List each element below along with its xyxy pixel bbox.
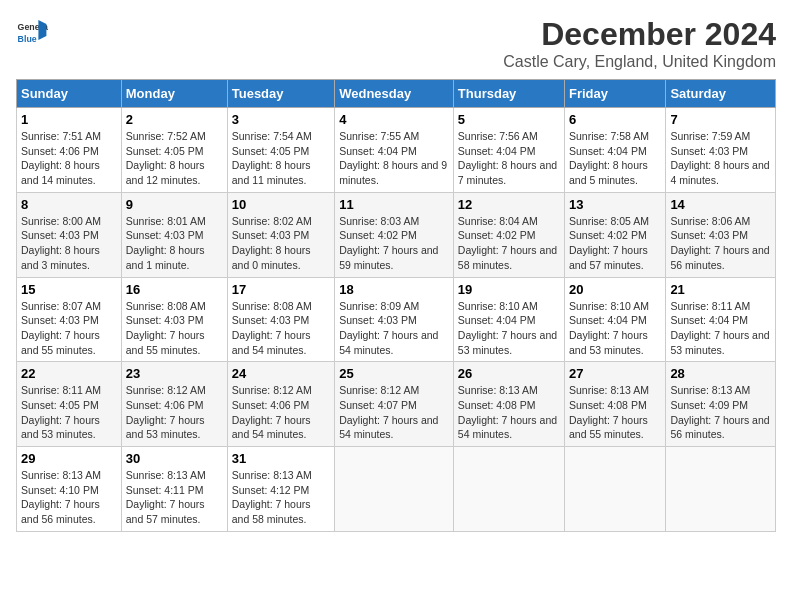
calendar-header-row: SundayMondayTuesdayWednesdayThursdayFrid… — [17, 80, 776, 108]
day-number: 24 — [232, 366, 330, 381]
title-area: December 2024 Castle Cary, England, Unit… — [503, 16, 776, 71]
day-info: Sunrise: 8:03 AM Sunset: 4:02 PM Dayligh… — [339, 215, 438, 271]
calendar-cell: 6 Sunrise: 7:58 AM Sunset: 4:04 PM Dayli… — [565, 108, 666, 193]
day-info: Sunrise: 8:04 AM Sunset: 4:02 PM Dayligh… — [458, 215, 557, 271]
calendar-cell: 18 Sunrise: 8:09 AM Sunset: 4:03 PM Dayl… — [335, 277, 454, 362]
calendar-cell: 27 Sunrise: 8:13 AM Sunset: 4:08 PM Dayl… — [565, 362, 666, 447]
calendar-cell — [565, 447, 666, 532]
calendar-cell: 24 Sunrise: 8:12 AM Sunset: 4:06 PM Dayl… — [227, 362, 334, 447]
header-sunday: Sunday — [17, 80, 122, 108]
calendar-cell: 30 Sunrise: 8:13 AM Sunset: 4:11 PM Dayl… — [121, 447, 227, 532]
week-row-5: 29 Sunrise: 8:13 AM Sunset: 4:10 PM Dayl… — [17, 447, 776, 532]
calendar-cell: 16 Sunrise: 8:08 AM Sunset: 4:03 PM Dayl… — [121, 277, 227, 362]
day-info: Sunrise: 8:12 AM Sunset: 4:07 PM Dayligh… — [339, 384, 438, 440]
day-number: 15 — [21, 282, 117, 297]
calendar-cell: 21 Sunrise: 8:11 AM Sunset: 4:04 PM Dayl… — [666, 277, 776, 362]
day-number: 3 — [232, 112, 330, 127]
day-number: 26 — [458, 366, 560, 381]
calendar-cell: 3 Sunrise: 7:54 AM Sunset: 4:05 PM Dayli… — [227, 108, 334, 193]
day-number: 9 — [126, 197, 223, 212]
day-number: 1 — [21, 112, 117, 127]
calendar-cell: 8 Sunrise: 8:00 AM Sunset: 4:03 PM Dayli… — [17, 192, 122, 277]
day-info: Sunrise: 8:11 AM Sunset: 4:05 PM Dayligh… — [21, 384, 101, 440]
calendar-cell: 7 Sunrise: 7:59 AM Sunset: 4:03 PM Dayli… — [666, 108, 776, 193]
calendar-cell: 17 Sunrise: 8:08 AM Sunset: 4:03 PM Dayl… — [227, 277, 334, 362]
header-wednesday: Wednesday — [335, 80, 454, 108]
day-info: Sunrise: 8:10 AM Sunset: 4:04 PM Dayligh… — [458, 300, 557, 356]
day-number: 2 — [126, 112, 223, 127]
day-info: Sunrise: 8:13 AM Sunset: 4:08 PM Dayligh… — [458, 384, 557, 440]
header-thursday: Thursday — [453, 80, 564, 108]
page-subtitle: Castle Cary, England, United Kingdom — [503, 53, 776, 71]
day-info: Sunrise: 8:01 AM Sunset: 4:03 PM Dayligh… — [126, 215, 206, 271]
calendar-cell: 26 Sunrise: 8:13 AM Sunset: 4:08 PM Dayl… — [453, 362, 564, 447]
day-number: 11 — [339, 197, 449, 212]
week-row-3: 15 Sunrise: 8:07 AM Sunset: 4:03 PM Dayl… — [17, 277, 776, 362]
calendar-cell: 31 Sunrise: 8:13 AM Sunset: 4:12 PM Dayl… — [227, 447, 334, 532]
calendar-cell: 2 Sunrise: 7:52 AM Sunset: 4:05 PM Dayli… — [121, 108, 227, 193]
day-info: Sunrise: 8:13 AM Sunset: 4:12 PM Dayligh… — [232, 469, 312, 525]
day-info: Sunrise: 8:08 AM Sunset: 4:03 PM Dayligh… — [232, 300, 312, 356]
day-number: 4 — [339, 112, 449, 127]
day-info: Sunrise: 8:05 AM Sunset: 4:02 PM Dayligh… — [569, 215, 649, 271]
day-number: 19 — [458, 282, 560, 297]
day-number: 13 — [569, 197, 661, 212]
day-info: Sunrise: 7:59 AM Sunset: 4:03 PM Dayligh… — [670, 130, 769, 186]
day-number: 10 — [232, 197, 330, 212]
day-number: 17 — [232, 282, 330, 297]
calendar-cell: 9 Sunrise: 8:01 AM Sunset: 4:03 PM Dayli… — [121, 192, 227, 277]
day-info: Sunrise: 7:51 AM Sunset: 4:06 PM Dayligh… — [21, 130, 101, 186]
day-info: Sunrise: 7:54 AM Sunset: 4:05 PM Dayligh… — [232, 130, 312, 186]
header-friday: Friday — [565, 80, 666, 108]
day-number: 5 — [458, 112, 560, 127]
day-info: Sunrise: 8:06 AM Sunset: 4:03 PM Dayligh… — [670, 215, 769, 271]
calendar-cell: 20 Sunrise: 8:10 AM Sunset: 4:04 PM Dayl… — [565, 277, 666, 362]
header-tuesday: Tuesday — [227, 80, 334, 108]
day-info: Sunrise: 8:09 AM Sunset: 4:03 PM Dayligh… — [339, 300, 438, 356]
day-info: Sunrise: 8:11 AM Sunset: 4:04 PM Dayligh… — [670, 300, 769, 356]
svg-text:Blue: Blue — [18, 34, 37, 44]
day-info: Sunrise: 8:10 AM Sunset: 4:04 PM Dayligh… — [569, 300, 649, 356]
calendar-cell: 29 Sunrise: 8:13 AM Sunset: 4:10 PM Dayl… — [17, 447, 122, 532]
day-info: Sunrise: 7:52 AM Sunset: 4:05 PM Dayligh… — [126, 130, 206, 186]
calendar-cell — [453, 447, 564, 532]
day-info: Sunrise: 7:58 AM Sunset: 4:04 PM Dayligh… — [569, 130, 649, 186]
header-monday: Monday — [121, 80, 227, 108]
calendar-cell: 1 Sunrise: 7:51 AM Sunset: 4:06 PM Dayli… — [17, 108, 122, 193]
calendar-cell — [666, 447, 776, 532]
calendar-cell: 14 Sunrise: 8:06 AM Sunset: 4:03 PM Dayl… — [666, 192, 776, 277]
day-number: 18 — [339, 282, 449, 297]
logo-icon: General Blue — [16, 16, 48, 48]
day-number: 21 — [670, 282, 771, 297]
week-row-1: 1 Sunrise: 7:51 AM Sunset: 4:06 PM Dayli… — [17, 108, 776, 193]
calendar-cell: 22 Sunrise: 8:11 AM Sunset: 4:05 PM Dayl… — [17, 362, 122, 447]
calendar-cell: 25 Sunrise: 8:12 AM Sunset: 4:07 PM Dayl… — [335, 362, 454, 447]
day-info: Sunrise: 8:13 AM Sunset: 4:09 PM Dayligh… — [670, 384, 769, 440]
day-number: 29 — [21, 451, 117, 466]
day-number: 30 — [126, 451, 223, 466]
calendar-cell: 10 Sunrise: 8:02 AM Sunset: 4:03 PM Dayl… — [227, 192, 334, 277]
calendar-cell: 23 Sunrise: 8:12 AM Sunset: 4:06 PM Dayl… — [121, 362, 227, 447]
calendar-cell: 13 Sunrise: 8:05 AM Sunset: 4:02 PM Dayl… — [565, 192, 666, 277]
calendar-cell: 15 Sunrise: 8:07 AM Sunset: 4:03 PM Dayl… — [17, 277, 122, 362]
day-info: Sunrise: 8:02 AM Sunset: 4:03 PM Dayligh… — [232, 215, 312, 271]
day-number: 14 — [670, 197, 771, 212]
day-info: Sunrise: 8:07 AM Sunset: 4:03 PM Dayligh… — [21, 300, 101, 356]
day-info: Sunrise: 7:56 AM Sunset: 4:04 PM Dayligh… — [458, 130, 557, 186]
day-number: 8 — [21, 197, 117, 212]
header-saturday: Saturday — [666, 80, 776, 108]
day-info: Sunrise: 8:00 AM Sunset: 4:03 PM Dayligh… — [21, 215, 101, 271]
page-title: December 2024 — [503, 16, 776, 53]
day-number: 6 — [569, 112, 661, 127]
calendar-cell: 5 Sunrise: 7:56 AM Sunset: 4:04 PM Dayli… — [453, 108, 564, 193]
day-info: Sunrise: 7:55 AM Sunset: 4:04 PM Dayligh… — [339, 130, 447, 186]
calendar-cell — [335, 447, 454, 532]
day-number: 7 — [670, 112, 771, 127]
day-number: 22 — [21, 366, 117, 381]
calendar-cell: 4 Sunrise: 7:55 AM Sunset: 4:04 PM Dayli… — [335, 108, 454, 193]
day-number: 20 — [569, 282, 661, 297]
day-info: Sunrise: 8:12 AM Sunset: 4:06 PM Dayligh… — [232, 384, 312, 440]
header: General Blue December 2024 Castle Cary, … — [16, 16, 776, 71]
logo: General Blue — [16, 16, 48, 48]
day-number: 12 — [458, 197, 560, 212]
